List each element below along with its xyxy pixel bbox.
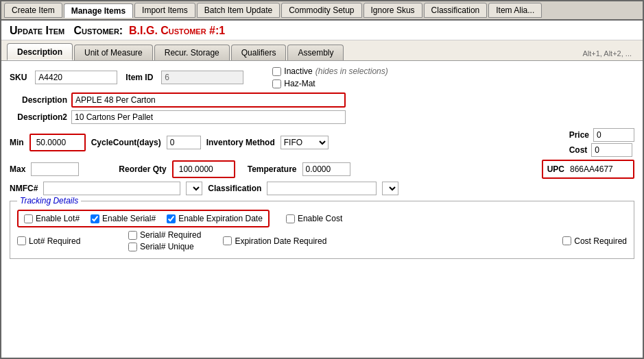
lot-required-checkbox[interactable] [17, 236, 26, 245]
enable-expiration-label: Enable Expiration Date [178, 214, 263, 223]
nav-tab-batch-item-update[interactable]: Batch Item Update [197, 3, 280, 18]
nmfc-input[interactable] [43, 182, 180, 195]
sub-tab-description[interactable]: Description [7, 43, 73, 60]
nav-tab-import-items[interactable]: Import Items [134, 3, 195, 18]
nav-tab-create-item[interactable]: Create Item [4, 3, 62, 18]
cost-required-checkbox[interactable] [562, 236, 571, 245]
nav-bar: Create Item Manage Items Import Items Ba… [1, 1, 643, 21]
hazmat-label: Haz-Mat [284, 79, 315, 88]
temperature-label: Temperature [248, 164, 297, 174]
desc2-input[interactable] [71, 110, 346, 124]
cost-required-item: Cost Required [562, 236, 627, 246]
enable-expiration-checkbox[interactable] [167, 214, 176, 223]
temperature-input[interactable] [302, 162, 350, 176]
serial-required-checkbox[interactable] [128, 231, 137, 240]
lot-required-item: Lot# Required [17, 236, 106, 246]
desc2-row: Description2 [10, 110, 634, 124]
form-area: SKU Item ID Inactive (hides in selection… [1, 61, 643, 264]
app-window: Create Item Manage Items Import Items Ba… [0, 0, 644, 359]
expiration-required-label: Expiration Date Required [235, 236, 326, 246]
min-box [29, 134, 86, 151]
expiration-required-item: Expiration Date Required [223, 236, 326, 246]
cycle-count-input[interactable] [167, 136, 201, 149]
classification-input[interactable] [267, 182, 377, 195]
cost-label: Cost [569, 145, 588, 155]
hazmat-checkbox-row: Haz-Mat [272, 79, 387, 88]
desc1-label: Description [10, 95, 71, 105]
sub-tab-unit-of-measure[interactable]: Unit of Measure [74, 45, 153, 60]
item-id-label: Item ID [126, 73, 153, 82]
sub-tab-hint: Alt+1, Alt+2, ... [577, 47, 637, 60]
serial-checks-col: Serial# Required Serial# Unique [128, 230, 201, 251]
tracking-required-row: Lot# Required Serial# Required Serial# U… [17, 230, 627, 251]
desc2-label: Description2 [10, 112, 71, 122]
min-label: Min [10, 138, 24, 147]
inactive-checkbox[interactable] [272, 67, 281, 76]
max-input[interactable] [31, 162, 79, 176]
sub-tab-qualifiers[interactable]: Qualifiers [231, 45, 287, 60]
desc1-row: Description [10, 92, 634, 108]
cost-required-label: Cost Required [574, 236, 627, 246]
enable-lot-checkbox[interactable] [24, 214, 33, 223]
enable-serial-item: Enable Serial# [91, 214, 156, 223]
inventory-method-select[interactable]: FIFOLIFOFEFO [281, 136, 329, 149]
tracking-enable-box: Enable Lot# Enable Serial# Enable Expira… [17, 210, 270, 227]
enable-cost-label: Enable Cost [298, 214, 342, 223]
nav-tab-manage-items[interactable]: Manage Items [64, 3, 133, 18]
upc-input[interactable] [567, 162, 629, 176]
cost-required-col: Cost Required [562, 236, 627, 246]
sub-tab-assembly[interactable]: Assembly [287, 45, 344, 60]
enable-cost-item: Enable Cost [286, 214, 342, 223]
expiration-required-checkbox[interactable] [223, 236, 232, 245]
classification-label: Classification [208, 184, 261, 193]
tracking-enable-row: Enable Lot# Enable Serial# Enable Expira… [17, 210, 627, 227]
page-title-text: Update Item [10, 25, 64, 36]
hazmat-checkbox[interactable] [272, 79, 281, 88]
tracking-legend: Tracking Details [17, 196, 81, 206]
serial-unique-item: Serial# Unique [128, 242, 201, 251]
nmfc-dropdown[interactable] [186, 182, 202, 195]
nmfc-label: NMFC# [10, 184, 38, 193]
item-id-input [161, 71, 243, 84]
sku-section: SKU Item ID Inactive (hides in selection… [10, 66, 634, 88]
inactive-hint: (hides in selections) [315, 66, 388, 76]
min-input[interactable] [34, 136, 82, 149]
enable-lot-item: Enable Lot# [24, 214, 80, 223]
lot-required-label: Lot# Required [29, 236, 80, 246]
sku-input[interactable] [35, 71, 117, 84]
upc-label: UPC [547, 164, 564, 174]
nav-tab-commodity-setup[interactable]: Commodity Setup [281, 3, 361, 18]
serial-unique-label: Serial# Unique [140, 242, 194, 251]
upc-box: UPC [542, 160, 634, 179]
enable-cost-checkbox[interactable] [286, 214, 295, 223]
customer-label: Customer: [73, 25, 123, 36]
inactive-checkbox-row: Inactive (hides in selections) [272, 66, 387, 76]
desc1-input[interactable] [71, 92, 346, 108]
sku-label: SKU [10, 73, 27, 82]
classification-dropdown[interactable] [382, 182, 398, 195]
inactive-hazmat-section: Inactive (hides in selections) Haz-Mat [272, 66, 387, 88]
price-cost-section: Price Cost [569, 128, 634, 157]
reorder-qty-label: Reorder Qty [119, 164, 166, 174]
sub-tab-recur-storage[interactable]: Recur. Storage [154, 45, 230, 60]
enable-serial-label: Enable Serial# [102, 214, 156, 223]
sub-tabs-bar: Description Unit of Measure Recur. Stora… [1, 40, 643, 61]
price-label: Price [569, 130, 589, 140]
enable-serial-checkbox[interactable] [91, 214, 99, 223]
nav-tab-ignore-skus[interactable]: Ignore Skus [363, 3, 422, 18]
max-label: Max [10, 164, 25, 174]
price-input[interactable] [593, 128, 634, 142]
nav-tab-item-alias[interactable]: Item Alia... [488, 3, 542, 18]
nav-tab-classification[interactable]: Classification [424, 3, 488, 18]
reorder-box [172, 160, 235, 178]
serial-unique-checkbox[interactable] [128, 243, 137, 251]
reorder-qty-input[interactable] [176, 162, 231, 176]
numbers-row: Min CycleCount(days) Inventory Method FI… [10, 128, 634, 157]
enable-lot-label: Enable Lot# [36, 214, 80, 223]
customer-name: B.I.G. Customer #:1 [129, 25, 225, 36]
inactive-label: Inactive [284, 66, 312, 76]
nmfc-row: NMFC# Classification [10, 182, 634, 195]
page-title: Update Item Customer: B.I.G. Customer #:… [1, 21, 643, 40]
cost-input[interactable] [591, 143, 632, 157]
inventory-method-label: Inventory Method [206, 138, 275, 147]
